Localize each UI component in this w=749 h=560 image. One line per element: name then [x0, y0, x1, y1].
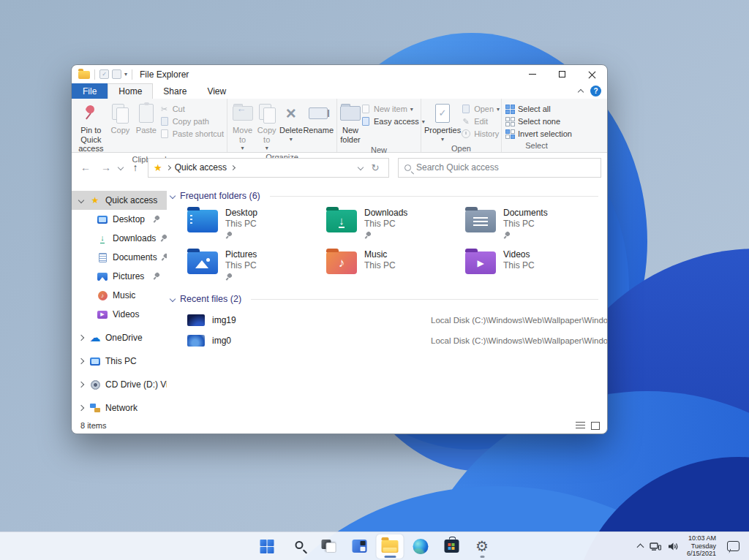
- sidebar-item-pictures[interactable]: Pictures: [72, 267, 167, 286]
- history-button[interactable]: History: [461, 129, 500, 139]
- settings-button[interactable]: [469, 534, 496, 559]
- up-button[interactable]: [127, 162, 143, 173]
- chevron-right-icon[interactable]: [78, 405, 84, 411]
- close-button[interactable]: [577, 65, 607, 83]
- clock[interactable]: 10:03 AM Tuesday 6/15/2021: [685, 534, 718, 558]
- status-bar: 8 items: [72, 419, 607, 434]
- sidebar-item-music[interactable]: Music: [72, 286, 167, 305]
- sidebar-item-cd-drive[interactable]: CD Drive (D:) Virtuall: [72, 375, 167, 394]
- rename-button[interactable]: Rename: [303, 101, 334, 135]
- group-organize: Move to Copy to Delete Rename Organize: [227, 99, 337, 152]
- search-box[interactable]: [398, 158, 601, 178]
- edit-button[interactable]: Edit: [461, 116, 500, 126]
- address-dropdown-icon[interactable]: [358, 164, 364, 170]
- sidebar-item-onedrive[interactable]: OneDrive: [72, 328, 167, 347]
- store-icon: [444, 540, 459, 553]
- chevron-right-icon[interactable]: [78, 382, 84, 387]
- folder-tile-desktop[interactable]: Desktop This PC: [187, 207, 326, 239]
- sidebar-item-videos[interactable]: Videos: [72, 305, 167, 324]
- properties-button[interactable]: Properties: [424, 101, 461, 143]
- select-all-button[interactable]: Select all: [505, 104, 572, 114]
- forward-button[interactable]: [98, 162, 114, 173]
- folder-tile-downloads[interactable]: Downloads This PC: [326, 207, 465, 239]
- easy-access-button[interactable]: Easy access: [361, 116, 425, 126]
- new-item-button[interactable]: New item: [361, 104, 425, 114]
- running-indicator: [384, 556, 396, 558]
- collapse-section-icon[interactable]: [170, 296, 176, 302]
- paste-shortcut-button[interactable]: Paste shortcut: [159, 129, 224, 139]
- copy-path-button[interactable]: Copy path: [159, 116, 224, 126]
- folder-tile-videos[interactable]: Videos This PC: [465, 249, 604, 281]
- sidebar-item-quick-access[interactable]: Quick access: [72, 191, 167, 210]
- details-view-icon[interactable]: [576, 422, 585, 430]
- widgets-button[interactable]: [346, 534, 373, 559]
- tab-share[interactable]: Share: [153, 83, 197, 99]
- large-icons-view-icon[interactable]: [591, 422, 600, 430]
- recent-file-row[interactable]: img19 Local Disk (C:)\Windows\Web\Wallpa…: [187, 310, 598, 330]
- hidden-icons-chevron-icon[interactable]: [637, 544, 644, 551]
- paste-button[interactable]: Paste: [133, 101, 159, 135]
- file-explorer-button[interactable]: [377, 534, 404, 559]
- folder-tile-documents[interactable]: Documents This PC: [465, 207, 604, 239]
- folder-tile-pictures[interactable]: Pictures This PC: [187, 249, 326, 281]
- sidebar-item-network[interactable]: Network: [72, 398, 167, 417]
- sidebar-item-downloads[interactable]: Downloads: [72, 229, 167, 248]
- tab-file[interactable]: File: [72, 83, 108, 99]
- delete-button[interactable]: Delete: [279, 101, 303, 143]
- tab-home[interactable]: Home: [108, 83, 153, 99]
- new-folder-button[interactable]: New folder: [340, 101, 361, 144]
- recent-file-row[interactable]: img0 Local Disk (C:)\Windows\Web\Wallpap…: [187, 330, 598, 351]
- sidebar-item-label: Quick access: [105, 195, 157, 205]
- network-icon[interactable]: [650, 542, 661, 551]
- sidebar-item-documents[interactable]: Documents: [72, 248, 167, 267]
- search-button[interactable]: [285, 534, 312, 559]
- breadcrumb-chevron-icon[interactable]: [166, 164, 171, 170]
- folder-tile-music[interactable]: Music This PC: [326, 249, 465, 281]
- edge-button[interactable]: [407, 534, 434, 559]
- maximize-button[interactable]: [547, 65, 577, 83]
- qat-new-folder-icon[interactable]: [112, 69, 121, 79]
- chevron-right-icon[interactable]: [78, 335, 84, 341]
- recent-locations-icon[interactable]: [118, 164, 124, 170]
- notifications-icon[interactable]: [727, 541, 739, 551]
- start-button[interactable]: [254, 534, 281, 559]
- file-explorer-icon: [382, 540, 399, 553]
- sidebar-item-label: Pictures: [113, 271, 144, 281]
- qat-properties-icon[interactable]: [99, 69, 109, 79]
- chevron-right-icon[interactable]: [78, 358, 84, 364]
- copy-to-button[interactable]: Copy to: [255, 101, 279, 151]
- paste-shortcut-icon: [161, 129, 168, 138]
- qat-customize-caret-icon[interactable]: [124, 71, 127, 77]
- tile-location: This PC: [503, 260, 535, 270]
- collapse-section-icon[interactable]: [170, 193, 176, 199]
- search-input[interactable]: [416, 162, 595, 173]
- breadcrumb[interactable]: Quick access: [175, 162, 227, 173]
- back-button[interactable]: [78, 162, 94, 173]
- pin-to-quick-access-button[interactable]: Pin to Quick access: [75, 101, 108, 154]
- collapse-ribbon-icon[interactable]: [578, 89, 584, 95]
- frequent-folders-header[interactable]: Frequent folders (6): [170, 191, 598, 201]
- sidebar-item-desktop[interactable]: Desktop: [72, 210, 167, 229]
- task-view-button[interactable]: [315, 534, 342, 559]
- copy-button[interactable]: Copy: [108, 101, 133, 135]
- this-pc-icon: [90, 357, 100, 366]
- cut-button[interactable]: Cut: [159, 104, 224, 114]
- help-icon[interactable]: [590, 86, 601, 97]
- move-to-button[interactable]: Move to: [230, 101, 255, 151]
- breadcrumb-chevron-icon[interactable]: [230, 164, 236, 170]
- recent-files-header[interactable]: Recent files (2): [170, 294, 598, 304]
- select-none-button[interactable]: Select none: [505, 116, 572, 126]
- tile-name: Downloads: [364, 208, 407, 218]
- sidebar-item-this-pc[interactable]: This PC: [72, 352, 167, 371]
- minimize-button[interactable]: [517, 65, 547, 83]
- open-button[interactable]: Open: [461, 104, 500, 114]
- store-button[interactable]: [438, 534, 465, 559]
- volume-icon[interactable]: [668, 542, 679, 551]
- left-arrow-icon: [237, 104, 246, 115]
- refresh-icon[interactable]: [367, 162, 383, 173]
- tab-view[interactable]: View: [197, 83, 236, 99]
- chevron-down-icon[interactable]: [78, 197, 84, 203]
- invert-selection-button[interactable]: Invert selection: [505, 129, 572, 139]
- address-bar[interactable]: Quick access: [148, 158, 389, 178]
- edge-icon: [413, 539, 429, 554]
